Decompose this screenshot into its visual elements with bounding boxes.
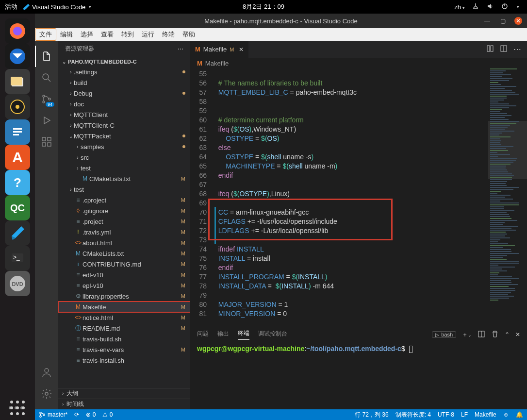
folder-MQTTClient-C[interactable]: ›MQTTClient-C <box>58 120 190 131</box>
project-header[interactable]: ⌄PAHO.MQTT.EMBEDDED-C <box>58 57 190 67</box>
dock-app-2[interactable] <box>5 69 30 94</box>
file-travis-env-vars[interactable]: ≡travis-env-varsM <box>58 344 190 355</box>
power-icon[interactable] <box>501 2 509 12</box>
terminal[interactable]: wgpcgr@wgpcgr-virtual-machine:~/tool/pah… <box>190 342 527 409</box>
menu-6[interactable]: 终端 <box>158 29 179 40</box>
minimap[interactable] <box>488 68 527 327</box>
dock-app-3[interactable] <box>5 94 30 119</box>
close-panel-icon[interactable]: ✕ <box>515 331 520 338</box>
sync-icon[interactable]: ⟳ <box>74 411 79 418</box>
file-README.md[interactable]: ⓘREADME.mdM <box>58 323 190 334</box>
more-icon[interactable]: ⋯ <box>178 46 183 52</box>
terminal-shell-selector[interactable]: ▷bash <box>432 331 456 338</box>
panel-tab-2[interactable]: 终端 <box>238 329 249 340</box>
file-about.html[interactable]: <>about.htmlM <box>58 237 190 248</box>
scm-icon[interactable]: 94 <box>35 88 58 110</box>
app-name[interactable]: Visual Studio Code▾ <box>22 3 91 11</box>
menu-3[interactable]: 查看 <box>97 29 117 40</box>
kill-terminal-icon[interactable] <box>491 330 499 339</box>
tab-makefile[interactable]: M Makefile M ✕ <box>190 41 249 58</box>
tab-size[interactable]: 制表符长度: 4 <box>395 411 431 419</box>
extensions-icon[interactable] <box>35 131 58 152</box>
file-.cproject[interactable]: ≡.cprojectM <box>58 195 190 205</box>
folder-build[interactable]: ›build <box>58 77 190 88</box>
split-terminal-icon[interactable] <box>478 330 485 339</box>
dock-app-5[interactable]: A <box>5 145 30 170</box>
outline-section[interactable]: ›大纲 <box>58 388 190 399</box>
file-.gitignore[interactable]: ◊.gitignoreM <box>58 205 190 216</box>
compare-icon[interactable] <box>486 45 494 54</box>
folder-test[interactable]: ›test <box>58 184 190 195</box>
folder-samples[interactable]: ›samples <box>58 141 190 152</box>
timeline-section[interactable]: ›时间线 <box>58 399 190 409</box>
lang-indicator[interactable]: zh▾ <box>454 3 465 11</box>
file-.travis.yml[interactable]: !.travis.ymlM <box>58 227 190 237</box>
show-apps-icon[interactable] <box>10 401 25 415</box>
folder-doc[interactable]: ›doc <box>58 99 190 109</box>
file-edl-v10[interactable]: ≡edl-v10M <box>58 269 190 280</box>
file-CMakeLists.txt[interactable]: MCMakeLists.txtM <box>58 173 190 184</box>
search-icon[interactable] <box>35 67 58 88</box>
panel-tab-3[interactable]: 调试控制台 <box>258 330 287 340</box>
git-branch[interactable]: master* <box>39 411 67 418</box>
file-Makefile[interactable]: MMakefileM <box>58 302 190 312</box>
dock-app-9[interactable]: >_ <box>5 246 30 271</box>
volume-icon[interactable] <box>486 2 494 12</box>
dock-app-10[interactable]: DVD <box>5 271 30 296</box>
file-library.properties[interactable]: ⚙library.propertiesM <box>58 291 190 302</box>
feedback-icon[interactable]: ☺ <box>503 411 509 418</box>
file-.project[interactable]: ≡.projectM <box>58 216 190 227</box>
language-mode[interactable]: Makefile <box>475 411 496 418</box>
gear-icon[interactable] <box>35 383 58 404</box>
breadcrumb[interactable]: M Makefile <box>190 58 527 68</box>
more-actions-icon[interactable]: ⋯ <box>513 45 521 54</box>
clock[interactable]: 8月2日 21：09 <box>243 2 284 11</box>
folder-.settings[interactable]: ›.settings <box>58 67 190 77</box>
minimize-button[interactable]: — <box>483 17 491 25</box>
dock-app-6[interactable]: ? <box>5 170 30 195</box>
warnings-count[interactable]: ⚠ 0 <box>102 411 113 418</box>
code-content[interactable]: # The names of libraries to be built MQT… <box>214 68 488 327</box>
code-editor[interactable]: 55 56 57 58 59 60 61 62 63 64 65 66 67 6… <box>190 68 527 327</box>
account-icon[interactable] <box>35 362 58 383</box>
file-notice.html[interactable]: <>notice.htmlM <box>58 312 190 323</box>
debug-icon[interactable] <box>35 110 58 131</box>
folder-src[interactable]: ›src <box>58 152 190 163</box>
split-icon[interactable] <box>500 45 508 54</box>
menu-0[interactable]: 文件 <box>35 28 56 41</box>
dock-app-8[interactable] <box>5 220 30 246</box>
dock-app-1[interactable] <box>5 44 30 69</box>
menu-7[interactable]: 帮助 <box>179 29 199 40</box>
notifications-icon[interactable]: 🔔 <box>516 411 523 418</box>
errors-count[interactable]: ⊗ 0 <box>86 411 96 418</box>
panel-tab-0[interactable]: 问题 <box>197 330 209 340</box>
cursor-position[interactable]: 行 72，列 36 <box>355 411 388 419</box>
folder-MQTTClient[interactable]: ›MQTTClient <box>58 109 190 120</box>
menu-4[interactable]: 转到 <box>117 29 138 40</box>
dock-app-4[interactable] <box>5 119 30 145</box>
explorer-icon[interactable] <box>35 46 58 67</box>
close-button[interactable]: ✕ <box>514 17 522 25</box>
dock-app-0[interactable] <box>5 18 30 44</box>
activities-label[interactable]: 活动 <box>5 2 17 11</box>
network-icon[interactable] <box>472 2 479 12</box>
panel-tab-1[interactable]: 输出 <box>217 330 229 340</box>
close-tab-icon[interactable]: ✕ <box>239 46 244 53</box>
dock-app-7[interactable]: QC <box>5 195 30 220</box>
file-CMakeLists.txt[interactable]: MCMakeLists.txtM <box>58 248 190 259</box>
file-epl-v10[interactable]: ≡epl-v10M <box>58 280 190 291</box>
encoding[interactable]: UTF-8 <box>438 411 454 418</box>
maximize-button[interactable]: ▢ <box>499 17 507 25</box>
file-CONTRIBUTING.md[interactable]: iCONTRIBUTING.mdM <box>58 259 190 269</box>
maximize-panel-icon[interactable]: ⌃ <box>505 331 510 338</box>
folder-Debug[interactable]: ›Debug <box>58 88 190 99</box>
file-travis-build.sh[interactable]: ≡travis-build.sh <box>58 334 190 344</box>
file-travis-install.sh[interactable]: ≡travis-install.sh <box>58 355 190 366</box>
new-terminal-icon[interactable]: ＋⌄ <box>462 331 472 339</box>
eol[interactable]: LF <box>461 411 468 418</box>
menu-5[interactable]: 运行 <box>138 29 158 40</box>
menu-1[interactable]: 编辑 <box>56 29 77 40</box>
folder-test[interactable]: ›test <box>58 163 190 173</box>
menu-2[interactable]: 选择 <box>77 29 97 40</box>
folder-MQTTPacket[interactable]: ⌄MQTTPacket <box>58 131 190 141</box>
